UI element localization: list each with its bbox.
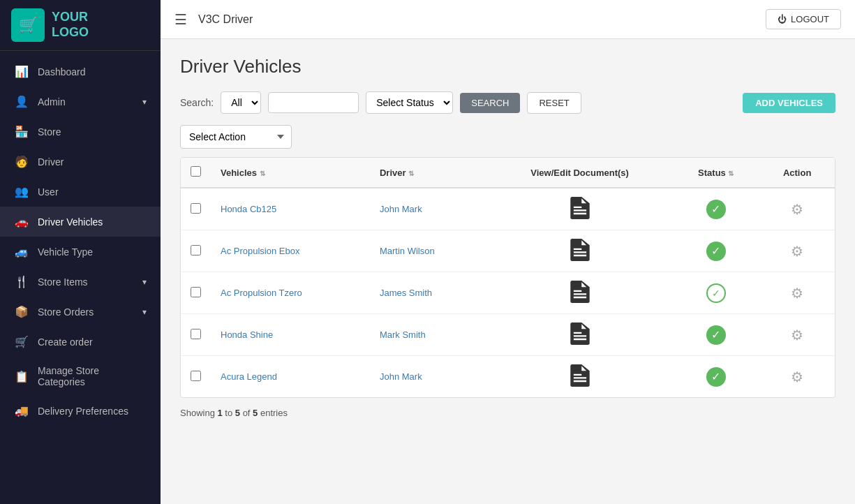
nav-label-vehicle-type: Vehicle Type xyxy=(38,246,147,258)
col-header-vehicles: Vehicles ⇅ xyxy=(211,158,370,188)
sidebar-item-create-order[interactable]: 🛒 Create order xyxy=(0,327,161,357)
doc-icon[interactable] xyxy=(570,364,590,387)
nav-icon-dashboard: 📊 xyxy=(14,65,29,78)
status-sort-icon[interactable]: ⇅ xyxy=(728,170,734,177)
sidebar-item-admin[interactable]: 👤 Admin ▾ xyxy=(0,87,161,117)
status-icon-filled: ✓ xyxy=(706,200,726,219)
vehicle-link[interactable]: Honda Cb125 xyxy=(221,204,276,214)
driver-link[interactable]: James Smith xyxy=(380,288,432,298)
nav-label-user: User xyxy=(38,186,147,198)
vehicle-link[interactable]: Acura Legend xyxy=(221,371,277,382)
search-filter-select[interactable]: All xyxy=(221,91,261,114)
row-checkbox-cell xyxy=(181,230,211,272)
row-doc-cell xyxy=(487,314,672,356)
nav-label-manage-store-categories: Manage Store Categories xyxy=(38,365,147,387)
toolbar: Search: All Select Status Active Inactiv… xyxy=(180,91,835,114)
row-action-cell: ⚙ xyxy=(759,314,835,356)
pagination-from: 1 xyxy=(217,408,222,418)
pagination-total: 5 xyxy=(253,408,258,418)
add-vehicles-button[interactable]: ADD VEHICLES xyxy=(743,93,835,113)
main-area: ☰ V3C Driver ⏻ LOGOUT Driver Vehicles Se… xyxy=(161,0,855,504)
select-all-checkbox[interactable] xyxy=(191,166,201,177)
driver-link[interactable]: Mark Smith xyxy=(380,329,426,340)
col-header-driver: Driver ⇅ xyxy=(370,158,487,188)
search-input[interactable] xyxy=(268,92,359,113)
row-checkbox-0[interactable] xyxy=(191,203,201,214)
sidebar-item-store-items[interactable]: 🍴 Store Items ▾ xyxy=(0,267,161,297)
status-select[interactable]: Select Status Active Inactive xyxy=(366,91,453,114)
nav-icon-store-items: 🍴 xyxy=(14,275,29,288)
logout-button[interactable]: ⏻ LOGOUT xyxy=(766,9,841,29)
logo-text: YOURLOGO xyxy=(52,10,89,40)
doc-icon[interactable] xyxy=(570,197,590,219)
doc-icon[interactable] xyxy=(570,323,590,345)
vehicle-link[interactable]: Honda Shine xyxy=(221,329,273,340)
nav-icon-user: 👥 xyxy=(14,185,29,198)
row-checkbox-4[interactable] xyxy=(191,371,201,381)
driver-link[interactable]: Martin Wilson xyxy=(380,246,435,256)
pagination-info: Showing 1 to 5 of 5 entries xyxy=(180,408,835,418)
gear-icon[interactable]: ⚙ xyxy=(791,286,803,301)
vehicle-link[interactable]: Ac Propulsion Tzero xyxy=(221,288,302,298)
status-icon-filled: ✓ xyxy=(706,242,726,261)
nav-icon-vehicle-type: 🚙 xyxy=(14,245,29,258)
sidebar-item-user[interactable]: 👥 User xyxy=(0,177,161,207)
row-status-cell: ✓ xyxy=(672,356,759,398)
row-status-cell: ✓ xyxy=(672,230,759,272)
col-header-documents: View/Edit Document(s) xyxy=(487,158,672,188)
page-title: Driver Vehicles xyxy=(180,56,835,77)
action-bar: Select Action Delete Enable Disable xyxy=(180,125,835,149)
doc-icon[interactable] xyxy=(570,281,590,303)
gear-icon[interactable]: ⚙ xyxy=(791,202,803,217)
vehicle-link[interactable]: Ac Propulsion Ebox xyxy=(221,246,299,256)
row-doc-cell xyxy=(487,272,672,314)
nav-icon-admin: 👤 xyxy=(14,95,29,108)
row-action-cell: ⚙ xyxy=(759,230,835,272)
sidebar-item-driver[interactable]: 🧑 Driver xyxy=(0,147,161,177)
row-driver-cell: Martin Wilson xyxy=(370,230,487,272)
nav-label-admin: Admin xyxy=(38,96,134,108)
row-status-cell: ✓ xyxy=(672,272,759,314)
nav-label-delivery-preferences: Delivery Preferences xyxy=(38,406,147,417)
nav-icon-store: 🏪 xyxy=(14,125,29,138)
sidebar-item-store-orders[interactable]: 📦 Store Orders ▾ xyxy=(0,297,161,327)
doc-icon[interactable] xyxy=(570,239,590,261)
sidebar-item-store[interactable]: 🏪 Store xyxy=(0,117,161,147)
driver-link[interactable]: John Mark xyxy=(380,371,422,382)
header: ☰ V3C Driver ⏻ LOGOUT xyxy=(161,0,855,39)
row-checkbox-1[interactable] xyxy=(191,245,201,255)
search-button[interactable]: SEARCH xyxy=(460,93,520,113)
gear-icon[interactable]: ⚙ xyxy=(791,369,803,385)
nav-arrow-admin: ▾ xyxy=(142,97,147,107)
row-checkbox-cell xyxy=(181,356,211,398)
row-checkbox-3[interactable] xyxy=(191,329,201,339)
sidebar-item-driver-vehicles[interactable]: 🚗 Driver Vehicles xyxy=(0,207,161,237)
row-doc-cell xyxy=(487,356,672,398)
search-label: Search: xyxy=(180,97,214,108)
action-select[interactable]: Select Action Delete Enable Disable xyxy=(180,125,292,149)
row-doc-cell xyxy=(487,188,672,230)
gear-icon[interactable]: ⚙ xyxy=(791,244,803,259)
row-driver-cell: Mark Smith xyxy=(370,314,487,356)
nav-label-create-order: Create order xyxy=(38,336,147,348)
table-row: Honda Shine Mark Smith ✓ ⚙ xyxy=(181,314,835,356)
vehicles-sort-icon[interactable]: ⇅ xyxy=(260,170,265,177)
gear-icon[interactable]: ⚙ xyxy=(791,327,803,343)
row-vehicle-cell: Honda Cb125 xyxy=(211,188,370,230)
content: Driver Vehicles Search: All Select Statu… xyxy=(161,39,855,504)
driver-sort-icon[interactable]: ⇅ xyxy=(408,170,414,177)
row-checkbox-2[interactable] xyxy=(191,287,201,297)
status-icon-outline: ✓ xyxy=(706,283,726,303)
hamburger-icon[interactable]: ☰ xyxy=(174,11,187,28)
driver-link[interactable]: John Mark xyxy=(380,204,422,214)
sidebar-item-vehicle-type[interactable]: 🚙 Vehicle Type xyxy=(0,237,161,267)
nav-icon-driver-vehicles: 🚗 xyxy=(14,215,29,228)
reset-button[interactable]: RESET xyxy=(527,92,581,114)
nav-label-driver-vehicles: Driver Vehicles xyxy=(38,216,147,228)
table-row: Ac Propulsion Ebox Martin Wilson ✓ ⚙ xyxy=(181,230,835,272)
sidebar-item-manage-store-categories[interactable]: 📋 Manage Store Categories xyxy=(0,357,161,396)
sidebar-item-delivery-preferences[interactable]: 🚚 Delivery Preferences xyxy=(0,396,161,426)
row-driver-cell: John Mark xyxy=(370,188,487,230)
sidebar-item-dashboard[interactable]: 📊 Dashboard xyxy=(0,57,161,87)
logout-label: LOGOUT xyxy=(791,14,829,24)
